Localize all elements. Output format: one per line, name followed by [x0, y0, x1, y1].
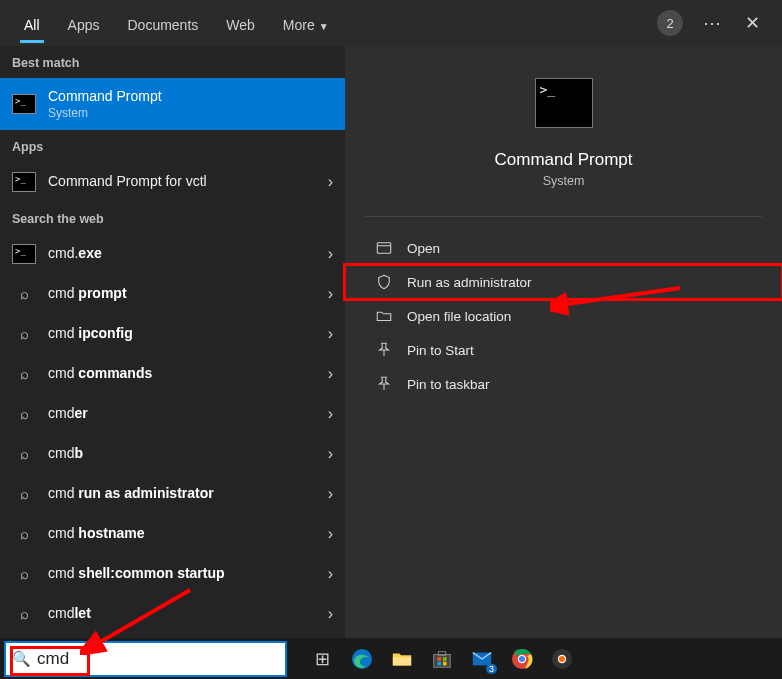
- close-icon[interactable]: ✕: [733, 6, 772, 40]
- chevron-right-icon: ›: [328, 245, 333, 263]
- tab-apps[interactable]: Apps: [54, 3, 114, 43]
- result-web-item[interactable]: cmd.exe›: [0, 234, 345, 274]
- chevron-right-icon: ›: [328, 173, 333, 191]
- chrome-canary-icon[interactable]: [549, 646, 575, 672]
- cmd-icon: [12, 170, 36, 194]
- search-icon: ⌕: [12, 442, 36, 466]
- tab-all[interactable]: All: [10, 3, 54, 43]
- task-view-icon[interactable]: ⊞: [309, 646, 335, 672]
- result-title: Command Prompt: [48, 88, 333, 106]
- cmd-icon: [12, 242, 36, 266]
- search-icon: ⌕: [12, 402, 36, 426]
- taskbar: 🔍 ⊞ 3: [0, 638, 782, 679]
- result-title: cmdlet: [48, 605, 316, 623]
- taskbar-search-box[interactable]: 🔍: [4, 641, 287, 677]
- result-title: cmd commands: [48, 365, 316, 383]
- folder-icon: [375, 307, 393, 325]
- chrome-icon[interactable]: [509, 646, 535, 672]
- result-title: cmdb: [48, 445, 316, 463]
- chevron-right-icon: ›: [328, 485, 333, 503]
- result-app-item[interactable]: Command Prompt for vctl ›: [0, 162, 345, 202]
- result-web-item[interactable]: ⌕cmd shell:common startup›: [0, 554, 345, 594]
- search-icon: 🔍: [12, 650, 31, 668]
- action-pin-to-start[interactable]: Pin to Start: [345, 333, 782, 367]
- svg-rect-2: [393, 657, 411, 665]
- svg-rect-6: [443, 657, 447, 661]
- search-icon: ⌕: [12, 482, 36, 506]
- chevron-right-icon: ›: [328, 405, 333, 423]
- search-icon: ⌕: [12, 322, 36, 346]
- result-title: cmd ipconfig: [48, 325, 316, 343]
- chevron-right-icon: ›: [328, 445, 333, 463]
- svg-rect-0: [377, 243, 391, 254]
- result-title: cmd prompt: [48, 285, 316, 303]
- search-icon: ⌕: [12, 602, 36, 626]
- svg-point-15: [559, 656, 565, 662]
- taskbar-icons: ⊞ 3: [309, 646, 575, 672]
- result-web-item[interactable]: ⌕cmdlet›: [0, 594, 345, 634]
- result-web-item[interactable]: ⌕cmdb›: [0, 434, 345, 474]
- result-title: cmd.exe: [48, 245, 316, 263]
- section-apps: Apps: [0, 130, 345, 162]
- cmd-icon: [535, 78, 593, 128]
- ms-store-icon[interactable]: [429, 646, 455, 672]
- start-search-panel: All Apps Documents Web More ▼ 2 ⋯ ✕ Best…: [0, 0, 782, 638]
- search-input[interactable]: [37, 649, 279, 669]
- result-title: cmd shell:common startup: [48, 565, 316, 583]
- preview-title: Command Prompt: [495, 150, 633, 170]
- search-icon: ⌕: [12, 562, 36, 586]
- search-icon: ⌕: [12, 282, 36, 306]
- svg-rect-5: [437, 657, 441, 661]
- result-title: cmd run as administrator: [48, 485, 316, 503]
- result-web-item[interactable]: ⌕cmd prompt›: [0, 274, 345, 314]
- chevron-right-icon: ›: [328, 285, 333, 303]
- section-best-match: Best match: [0, 46, 345, 78]
- pin-icon: [375, 341, 393, 359]
- edge-icon[interactable]: [349, 646, 375, 672]
- results-list: Best match Command Prompt System Apps Co…: [0, 46, 345, 638]
- result-web-item[interactable]: ⌕cmd ipconfig›: [0, 314, 345, 354]
- chevron-right-icon: ›: [328, 605, 333, 623]
- chevron-right-icon: ›: [328, 365, 333, 383]
- options-icon[interactable]: ⋯: [693, 6, 733, 40]
- file-explorer-icon[interactable]: [389, 646, 415, 672]
- chevron-right-icon: ›: [328, 325, 333, 343]
- svg-rect-8: [443, 661, 447, 665]
- action-pin-to-taskbar[interactable]: Pin to taskbar: [345, 367, 782, 401]
- open-icon: [375, 239, 393, 257]
- result-web-item[interactable]: ⌕cmder›: [0, 394, 345, 434]
- result-web-item[interactable]: ⌕cmd run as administrator›: [0, 474, 345, 514]
- result-web-item[interactable]: ⌕cmd hostname›: [0, 514, 345, 554]
- result-command-prompt[interactable]: Command Prompt System: [0, 78, 345, 130]
- rewards-badge[interactable]: 2: [657, 10, 683, 36]
- result-web-item[interactable]: ⌕cmd commands›: [0, 354, 345, 394]
- tab-more[interactable]: More ▼: [269, 3, 343, 43]
- svg-point-12: [519, 656, 525, 662]
- mail-icon[interactable]: 3: [469, 646, 495, 672]
- search-icon: ⌕: [12, 362, 36, 386]
- preview-subtitle: System: [543, 174, 585, 188]
- svg-rect-7: [437, 661, 441, 665]
- tab-documents[interactable]: Documents: [113, 3, 212, 43]
- result-subtitle: System: [48, 106, 333, 120]
- result-title: Command Prompt for vctl: [48, 173, 316, 191]
- search-icon: ⌕: [12, 522, 36, 546]
- chevron-right-icon: ›: [328, 525, 333, 543]
- shield-icon: [375, 273, 393, 291]
- section-web: Search the web: [0, 202, 345, 234]
- result-title: cmd hostname: [48, 525, 316, 543]
- action-open[interactable]: Open: [345, 231, 782, 265]
- cmd-icon: [12, 92, 36, 116]
- result-title: cmder: [48, 405, 316, 423]
- preview-panel: Command Prompt System Open Run as admini…: [345, 46, 782, 638]
- divider: [365, 216, 762, 217]
- action-run-as-administrator[interactable]: Run as administrator: [345, 265, 782, 299]
- search-filter-tabs: All Apps Documents Web More ▼ 2 ⋯ ✕: [0, 0, 782, 46]
- action-open-file-location[interactable]: Open file location: [345, 299, 782, 333]
- svg-rect-3: [434, 654, 451, 667]
- pin-icon: [375, 375, 393, 393]
- chevron-right-icon: ›: [328, 565, 333, 583]
- tab-web[interactable]: Web: [212, 3, 269, 43]
